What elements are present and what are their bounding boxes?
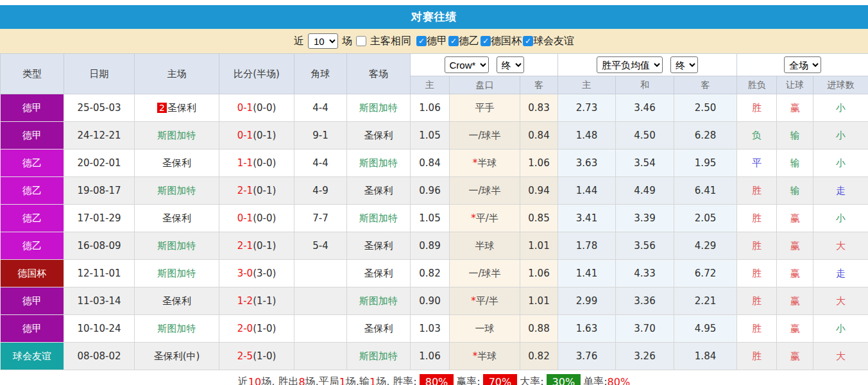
same-venue-label: 主客相同 — [370, 35, 411, 48]
mean-home-cell: 3.76 — [558, 343, 616, 370]
odds-time-select[interactable]: 终 — [497, 56, 524, 73]
home-team-cell: 2圣保利 — [135, 94, 219, 122]
away-team-cell: 圣保利 — [347, 260, 411, 287]
mean-home-cell: 2.73 — [558, 94, 616, 122]
corners-cell: 4-4 — [294, 150, 347, 177]
handicap-line-cell: *平/半 — [450, 205, 520, 232]
mean-draw-cell: 3.46 — [616, 94, 674, 122]
away-team-name: 斯图加特 — [359, 295, 398, 307]
match-date-cell: 11-03-14 — [64, 287, 135, 315]
corners-cell — [294, 287, 347, 315]
rank-badge: 2 — [157, 103, 167, 113]
home-team-name: 斯图加特 — [158, 268, 196, 279]
line-star: * — [471, 295, 476, 307]
home-team-name: 斯图加特 — [158, 240, 196, 252]
halftime-score: (1-1) — [253, 295, 276, 307]
league-checkbox[interactable]: ✓ — [523, 36, 533, 46]
mean-away-cell: 4.29 — [674, 232, 737, 260]
match-type-cell: 德乙 — [1, 150, 64, 177]
odds-away-cell: 0.88 — [520, 315, 558, 343]
match-date-cell: 17-01-29 — [64, 205, 135, 232]
mean-away-cell: 1.95 — [674, 150, 737, 177]
league-filter: ✓德国杯 — [481, 35, 522, 48]
fulltime-score: 1-2 — [237, 295, 253, 307]
away-team-name: 圣保利 — [364, 268, 393, 279]
away-team-cell: 圣保利 — [347, 177, 411, 205]
recent-count-select[interactable]: 10 — [308, 33, 338, 49]
outcome-cell: 平 — [737, 150, 777, 177]
match-type-cell: 德甲 — [1, 94, 64, 122]
odds-away-cell: 0.85 — [520, 205, 558, 232]
home-team-name: 圣保利 — [162, 157, 191, 169]
handicap-line-cell: *半球 — [450, 150, 520, 177]
outcome-cell: 胜 — [737, 177, 777, 205]
mean-type-select[interactable]: 胜平负均值 — [597, 56, 663, 73]
odds-company-select[interactable]: Crow* — [445, 56, 489, 73]
table-row: 德甲24-12-21斯图加特0-1(0-1)9-1圣保利1.05一/球半0.84… — [1, 122, 868, 150]
halftime-score: (0-1) — [253, 130, 276, 141]
handicap-result-cell: 输 — [777, 150, 813, 177]
home-team-name: 圣保利 — [162, 212, 191, 224]
corners-cell: 5-4 — [294, 232, 347, 260]
same-venue-checkbox[interactable] — [356, 36, 366, 46]
mean-home-cell: 3.63 — [558, 150, 616, 177]
fulltime-score: 2-1 — [237, 240, 253, 252]
line-text: 半球 — [475, 240, 495, 252]
goals-result-cell: 大 — [813, 232, 868, 260]
mean-time-select[interactable]: 终 — [670, 56, 698, 73]
league-checkbox[interactable]: ✓ — [448, 36, 459, 46]
stat-number: 1 — [339, 376, 346, 385]
recent-label: 近 — [294, 35, 304, 48]
mean-draw-cell: 3.54 — [616, 150, 674, 177]
halftime-score: (0-0) — [253, 102, 276, 114]
fulltime-score: 3-0 — [237, 268, 253, 279]
goals-result-cell: 走 — [813, 177, 868, 205]
mean-away-cell: 1.84 — [674, 343, 737, 370]
away-team-name: 圣保利 — [364, 240, 393, 252]
away-team-cell: 圣保利 — [347, 122, 411, 150]
mean-home-cell: 2.99 — [558, 287, 616, 315]
outcome-cell: 胜 — [737, 287, 777, 315]
halftime-score: (0-1) — [253, 185, 276, 196]
home-team-cell: 圣保利 — [135, 205, 219, 232]
mean-home-cell: 1.78 — [558, 232, 616, 260]
odds-away-cell: 0.84 — [520, 122, 558, 150]
home-team-name: 圣保利 — [162, 295, 191, 307]
corners-cell: 4-9 — [294, 177, 347, 205]
outcome-cell: 胜 — [737, 94, 777, 122]
subheader-odds-home: 主 — [411, 76, 450, 94]
away-team-name: 斯图加特 — [359, 157, 398, 169]
handicap-line-cell: 一/球半 — [450, 177, 520, 205]
mean-away-cell: 2.50 — [674, 94, 737, 122]
table-row: 德甲11-03-14圣保利1-2(1-1)斯图加特0.90*平/半1.012.9… — [1, 287, 868, 315]
filter-bar: 近 10 场 主客相同 ✓德甲✓德乙✓德国杯✓球会友谊 — [0, 29, 868, 53]
home-team-cell: 圣保利 — [135, 287, 219, 315]
stat-text: 单率: — [583, 375, 607, 385]
stat-number: 1 — [370, 376, 376, 385]
scope-select[interactable]: 全场 — [784, 56, 821, 73]
match-date-cell: 08-08-02 — [64, 343, 135, 370]
match-date-cell: 20-02-01 — [64, 150, 135, 177]
line-text: 平手 — [475, 102, 495, 114]
home-team-cell: 斯图加特 — [135, 315, 219, 343]
line-text: 一/球半 — [468, 268, 500, 279]
away-team-cell: 圣保利 — [347, 232, 411, 260]
league-label: 德乙 — [459, 35, 479, 48]
match-type-cell: 德乙 — [1, 177, 64, 205]
handicap-result-cell: 赢 — [777, 94, 813, 122]
stat-number: 80% — [608, 376, 631, 385]
away-team-cell: 斯图加特 — [347, 94, 411, 122]
away-team-name: 斯图加特 — [359, 212, 398, 224]
corners-cell — [294, 315, 347, 343]
subheader-line: 盘口 — [450, 76, 520, 94]
handicap-result-cell: 赢 — [777, 343, 813, 370]
handicap-line-cell: 一/球半 — [450, 260, 520, 287]
home-team-cell: 斯图加特 — [135, 260, 219, 287]
league-checkbox[interactable]: ✓ — [481, 36, 491, 46]
outcome-cell: 胜 — [737, 232, 777, 260]
line-text: 一/球半 — [468, 130, 500, 141]
subheader-mean-draw: 和 — [616, 76, 674, 94]
league-label: 球会友谊 — [533, 35, 574, 48]
league-checkbox[interactable]: ✓ — [416, 36, 427, 46]
odds-away-cell: 1.01 — [520, 287, 558, 315]
